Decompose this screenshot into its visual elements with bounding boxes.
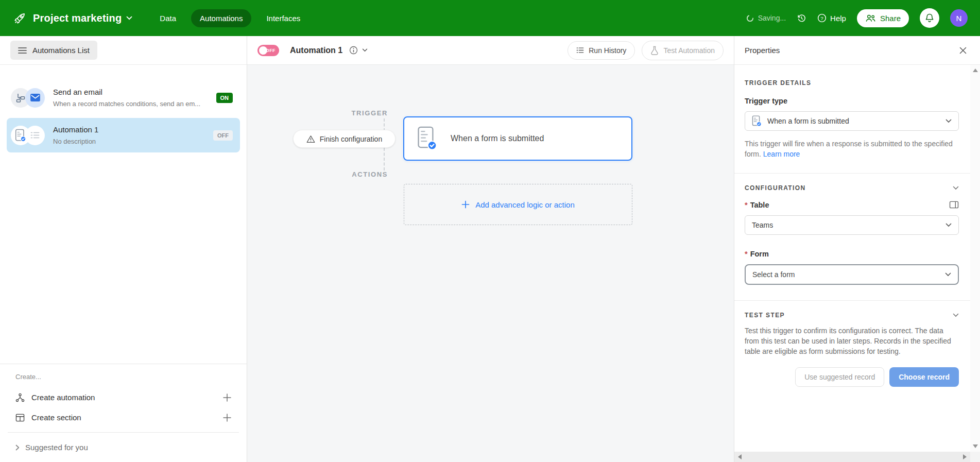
flask-icon bbox=[650, 46, 659, 55]
automations-sidebar: Automations List bbox=[0, 36, 247, 462]
run-history-button[interactable]: Run History bbox=[568, 41, 635, 60]
table-label-text: Table bbox=[750, 201, 769, 209]
trigger-section-label: TRIGGER bbox=[322, 109, 388, 117]
finish-configuration-label: Finish configuration bbox=[320, 135, 382, 143]
collapse-chevron-icon[interactable] bbox=[953, 313, 959, 317]
automations-list-button[interactable]: Automations List bbox=[10, 41, 97, 60]
configuration-heading: CONFIGURATION bbox=[745, 184, 959, 192]
required-marker: * bbox=[745, 250, 748, 258]
help-button[interactable]: ? Help bbox=[817, 13, 846, 23]
airtable-automations-app: Project marketing Data Automations Inter… bbox=[0, 0, 980, 462]
form-value: Select a form bbox=[752, 270, 939, 279]
create-automation-button[interactable]: Create automation bbox=[15, 387, 231, 407]
list-steps-icon bbox=[25, 126, 45, 145]
plus-icon bbox=[461, 200, 470, 209]
share-button[interactable]: Share bbox=[857, 9, 909, 27]
automation-editor: OFF Automation 1 Run History bbox=[247, 36, 734, 462]
run-history-icon bbox=[576, 47, 584, 54]
automation-item-description: When a record matches conditions, send a… bbox=[53, 100, 211, 108]
table-label: *Table bbox=[745, 201, 769, 209]
form-submitted-icon bbox=[417, 126, 437, 151]
learn-more-link[interactable]: Learn more bbox=[763, 150, 800, 158]
tab-interfaces[interactable]: Interfaces bbox=[257, 9, 309, 27]
test-step-heading: TEST STEP bbox=[745, 312, 959, 319]
automation-enabled-toggle[interactable]: OFF bbox=[257, 45, 279, 56]
automation-list: Send an email When a record matches cond… bbox=[0, 65, 247, 364]
test-step-actions: Use suggested record Choose record bbox=[745, 367, 959, 387]
actions-section-label: ACTIONS bbox=[322, 170, 388, 178]
status-badge-off: OFF bbox=[213, 130, 233, 141]
form-select[interactable]: Select a form bbox=[745, 264, 959, 285]
svg-text:?: ? bbox=[820, 15, 823, 21]
help-label: Help bbox=[830, 14, 846, 23]
automation-item-main: Automation 1 No description bbox=[53, 125, 208, 145]
trigger-card[interactable]: When a form is submitted bbox=[403, 116, 632, 161]
automation-item-automation-1[interactable]: Automation 1 No description OFF bbox=[7, 118, 240, 152]
form-submitted-icon bbox=[752, 115, 762, 127]
hamburger-icon bbox=[18, 47, 27, 54]
finish-configuration-tooltip: Finish configuration bbox=[293, 130, 396, 148]
create-automation-label: Create automation bbox=[31, 393, 95, 402]
suggested-for-you-label: Suggested for you bbox=[25, 443, 88, 452]
configuration-heading-label: CONFIGURATION bbox=[745, 184, 806, 192]
topbar: Project marketing Data Automations Inter… bbox=[0, 0, 980, 36]
use-suggested-record-button[interactable]: Use suggested record bbox=[795, 367, 884, 387]
tab-data[interactable]: Data bbox=[151, 9, 185, 27]
scroll-right-arrow-icon[interactable] bbox=[963, 454, 967, 459]
notifications-button[interactable] bbox=[920, 8, 939, 28]
trigger-description: This trigger will fire when a response i… bbox=[745, 139, 959, 160]
chevron-down-icon bbox=[945, 272, 951, 277]
close-panel-button[interactable] bbox=[958, 45, 968, 56]
trigger-type-select[interactable]: When a form is submitted bbox=[745, 111, 959, 131]
suggested-for-you-toggle[interactable]: Suggested for you bbox=[15, 433, 231, 462]
chevron-down-icon bbox=[362, 48, 368, 52]
add-action-dropzone[interactable]: Add advanced logic or action bbox=[404, 184, 632, 225]
section-divider bbox=[734, 300, 970, 301]
toggle-knob bbox=[259, 46, 267, 55]
base-title[interactable]: Project marketing bbox=[33, 12, 122, 24]
chevron-down-icon bbox=[945, 119, 952, 123]
automation-canvas[interactable]: TRIGGER Finish configuration When a form… bbox=[247, 65, 734, 462]
table-value: Teams bbox=[752, 221, 940, 229]
test-automation-button[interactable]: Test Automation bbox=[642, 41, 724, 60]
close-icon bbox=[959, 46, 967, 55]
create-section-button[interactable]: Create section bbox=[15, 407, 231, 427]
rocket-logo-icon[interactable] bbox=[13, 11, 27, 25]
sidebar-header: Automations List bbox=[0, 36, 247, 65]
automations-list-label: Automations List bbox=[32, 46, 90, 55]
question-circle-icon: ? bbox=[817, 13, 827, 23]
email-icon bbox=[25, 88, 45, 108]
bell-icon bbox=[925, 13, 934, 23]
status-badge-on: ON bbox=[216, 93, 233, 103]
trigger-card-title: When a form is submitted bbox=[451, 134, 544, 143]
share-label: Share bbox=[880, 14, 901, 23]
expand-record-icon[interactable] bbox=[949, 201, 959, 209]
automation-item-send-an-email[interactable]: Send an email When a record matches cond… bbox=[7, 80, 240, 115]
plus-icon[interactable] bbox=[223, 393, 231, 402]
scroll-left-arrow-icon[interactable] bbox=[738, 454, 742, 459]
scroll-down-arrow-icon[interactable] bbox=[973, 444, 978, 448]
required-marker: * bbox=[745, 201, 748, 209]
create-section-label: Create section bbox=[31, 413, 81, 422]
tab-automations[interactable]: Automations bbox=[191, 9, 251, 27]
collapse-chevron-icon[interactable] bbox=[953, 186, 959, 190]
automation-title-menu[interactable] bbox=[349, 46, 368, 55]
form-label: *Form bbox=[745, 250, 959, 258]
saving-status-label: Saving... bbox=[758, 14, 786, 22]
choose-record-button[interactable]: Choose record bbox=[889, 367, 959, 387]
base-title-chevron-down-icon[interactable] bbox=[126, 16, 132, 20]
automation-item-icons bbox=[11, 88, 45, 108]
user-avatar[interactable]: N bbox=[950, 9, 968, 27]
automation-item-title: Automation 1 bbox=[53, 125, 208, 134]
vertical-scrollbar[interactable] bbox=[970, 65, 980, 452]
table-select[interactable]: Teams bbox=[745, 215, 959, 235]
horizontal-scrollbar[interactable] bbox=[734, 452, 970, 462]
history-icon[interactable] bbox=[797, 13, 806, 23]
spinner-icon bbox=[746, 14, 754, 22]
chevron-right-icon bbox=[15, 444, 20, 451]
section-divider bbox=[734, 173, 970, 174]
plus-icon[interactable] bbox=[223, 414, 231, 422]
trigger-details-heading: TRIGGER DETAILS bbox=[745, 79, 959, 87]
automation-title[interactable]: Automation 1 bbox=[290, 46, 342, 55]
scroll-up-arrow-icon[interactable] bbox=[973, 69, 978, 72]
